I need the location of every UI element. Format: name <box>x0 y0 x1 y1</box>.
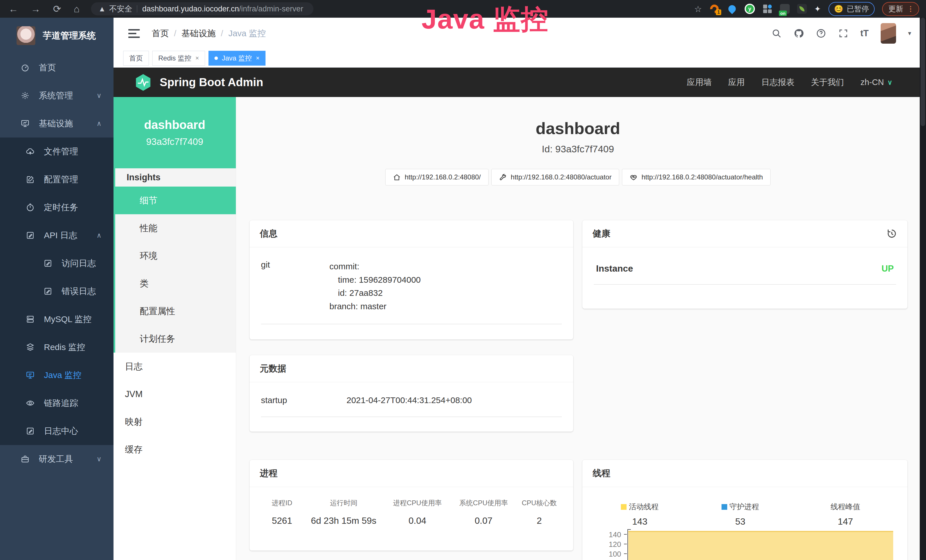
sba-nav-applications[interactable]: 应用 <box>728 77 744 88</box>
grid-extension-icon[interactable] <box>762 4 773 14</box>
sba-item-mappings[interactable]: 映射 <box>113 408 236 436</box>
tab-home[interactable]: 首页 <box>123 51 149 66</box>
chevron-down-icon: ∨ <box>96 455 101 463</box>
home-icon[interactable]: ⌂ <box>74 3 80 15</box>
paused-pill[interactable]: 😊 已暂停 <box>828 2 875 16</box>
not-secure-label[interactable]: 不安全 <box>109 4 132 14</box>
app-logo[interactable]: 芋道管理系统 <box>0 18 113 54</box>
breadcrumb-home[interactable]: 首页 <box>152 28 169 39</box>
health-url-button[interactable]: http://192.168.0.2:48080/actuator/health <box>622 169 770 185</box>
sba-nav-about[interactable]: 关于我们 <box>811 77 844 88</box>
actuator-url-button[interactable]: http://192.168.0.2:48080/actuator <box>492 169 619 185</box>
sba-item-jvm[interactable]: JVM <box>113 380 236 408</box>
chevron-down-icon: ∨ <box>887 79 892 86</box>
sba-item-env[interactable]: 环境 <box>115 242 236 269</box>
url-host[interactable]: dashboard.yudao.iocoder.cn <box>142 5 239 14</box>
bookmark-star-icon[interactable]: ☆ <box>694 4 702 14</box>
sba-main: dashboard Id: 93a3fc7f7409 http://192.16… <box>236 97 920 560</box>
tab-label: 首页 <box>129 54 143 63</box>
sidebar-item-home[interactable]: 首页 <box>0 54 113 82</box>
sidebar-item-file[interactable]: 文件管理 <box>0 138 113 165</box>
sidebar-item-label: 链路追踪 <box>44 397 78 409</box>
info-key: git <box>261 260 329 313</box>
breadcrumb-infra[interactable]: 基础设施 <box>182 28 216 39</box>
monitor-icon <box>26 371 35 380</box>
breadcrumb: 首页 / 基础设施 / Java 监控 <box>152 28 266 39</box>
home-icon <box>393 173 401 181</box>
scrollbar[interactable] <box>920 18 926 560</box>
extension-green-y-icon[interactable]: y <box>744 4 755 14</box>
sba-nav-journal[interactable]: 日志报表 <box>761 77 794 88</box>
avatar-caret-icon[interactable]: ▾ <box>908 30 911 37</box>
help-icon[interactable] <box>816 28 826 38</box>
sidebar-item-log-center[interactable]: 日志中心 <box>0 417 113 445</box>
sidebar-item-job[interactable]: 定时任务 <box>0 194 113 221</box>
service-url-button[interactable]: http://192.168.0.2:48080/ <box>385 169 489 185</box>
sidebar-item-label: 错误日志 <box>62 286 96 297</box>
extension-badge: 1 <box>716 9 721 15</box>
chart-y-axis <box>627 529 628 560</box>
text-size-icon[interactable]: tT <box>860 28 869 38</box>
scrollbar-thumb[interactable] <box>921 18 925 126</box>
log-edit-icon <box>43 287 53 296</box>
sidebar-item-config[interactable]: 配置管理 <box>0 165 113 194</box>
sidebar-item-mysql[interactable]: MySQL 监控 <box>0 305 113 333</box>
extensions-puzzle-icon[interactable]: ✦ <box>814 4 821 14</box>
sidebar-item-trace[interactable]: 链路追踪 <box>0 389 113 417</box>
tab-redis[interactable]: Redis 监控 × <box>152 51 205 66</box>
history-icon[interactable] <box>887 228 897 239</box>
sidebar-item-java[interactable]: Java 监控 <box>0 361 113 389</box>
health-card-header: 健康 <box>583 220 908 247</box>
sba-item-classes[interactable]: 类 <box>115 269 236 297</box>
sidebar-item-error-log[interactable]: 错误日志 <box>0 277 113 305</box>
y-tick-140: 140 <box>597 530 621 539</box>
user-avatar[interactable] <box>881 23 896 44</box>
sidebar-item-redis[interactable]: Redis 监控 <box>0 333 113 361</box>
sba-language-select[interactable]: zh-CN ∨ <box>860 77 892 87</box>
sba-item-scheduled[interactable]: 计划任务 <box>115 325 236 353</box>
sba-item-config-props[interactable]: 配置属性 <box>115 297 236 325</box>
sidebar-toggle-icon[interactable] <box>128 29 140 38</box>
extension-on-icon[interactable]: on <box>780 4 790 14</box>
sba-nav-wall[interactable]: 应用墙 <box>687 77 711 88</box>
close-icon[interactable]: × <box>256 54 260 62</box>
sidebar-item-system[interactable]: 系统管理 ∨ <box>0 82 113 109</box>
metadata-startup-row: startup 2021-04-27T00:44:31.254+08:00 <box>261 392 562 417</box>
pin-extension-icon[interactable] <box>727 4 737 14</box>
fullscreen-icon[interactable] <box>838 28 849 38</box>
back-icon[interactable]: ← <box>9 3 18 15</box>
sidebar-item-api-log[interactable]: API 日志 ∧ <box>0 221 113 249</box>
sidebar-item-access-log[interactable]: 访问日志 <box>0 249 113 277</box>
daemon-threads-value: 53 <box>689 516 791 527</box>
reload-icon[interactable]: ⟳ <box>53 3 61 15</box>
url-path[interactable]: /infra/admin-server <box>239 5 303 14</box>
tab-java[interactable]: Java 监控 × <box>209 51 265 66</box>
forward-icon[interactable]: → <box>31 3 41 15</box>
github-icon[interactable] <box>794 28 804 38</box>
metadata-card-title: 元数据 <box>250 355 573 382</box>
close-icon[interactable]: × <box>195 54 199 62</box>
address-bar[interactable]: ▲ 不安全 dashboard.yudao.iocoder.cn /infra/… <box>91 2 313 15</box>
kebab-menu-icon[interactable]: ⋮ <box>907 5 914 13</box>
sidebar-item-label: 配置管理 <box>44 174 78 185</box>
sba-item-details[interactable]: 细节 <box>115 186 236 214</box>
sba-brand[interactable]: Spring Boot Admin <box>160 76 263 89</box>
update-button[interactable]: 更新 ⋮ <box>882 2 919 16</box>
sba-item-logs[interactable]: 日志 <box>113 353 236 380</box>
y-tick-120: 120 <box>597 540 621 549</box>
extension-orange-icon[interactable]: 1 <box>709 4 720 14</box>
sidebar-item-dev-tools[interactable]: 研发工具 ∨ <box>0 445 113 473</box>
leaf-extension-icon[interactable] <box>797 4 807 14</box>
spring-boot-admin-logo <box>134 73 152 92</box>
sidebar-item-label: 基础设施 <box>39 118 73 130</box>
search-icon[interactable] <box>772 28 782 38</box>
sidebar-item-infra[interactable]: 基础设施 ∧ <box>0 109 113 138</box>
sba-item-metrics[interactable]: 性能 <box>115 214 236 242</box>
sba-item-caches[interactable]: 缓存 <box>113 436 236 463</box>
process-cpu: 0.04 <box>384 516 451 526</box>
sidebar-item-label: API 日志 <box>44 230 77 241</box>
briefcase-icon <box>21 454 30 463</box>
status-badge: UP <box>882 263 894 274</box>
log-edit-icon <box>26 231 35 240</box>
instance-title: dashboard <box>236 119 920 138</box>
